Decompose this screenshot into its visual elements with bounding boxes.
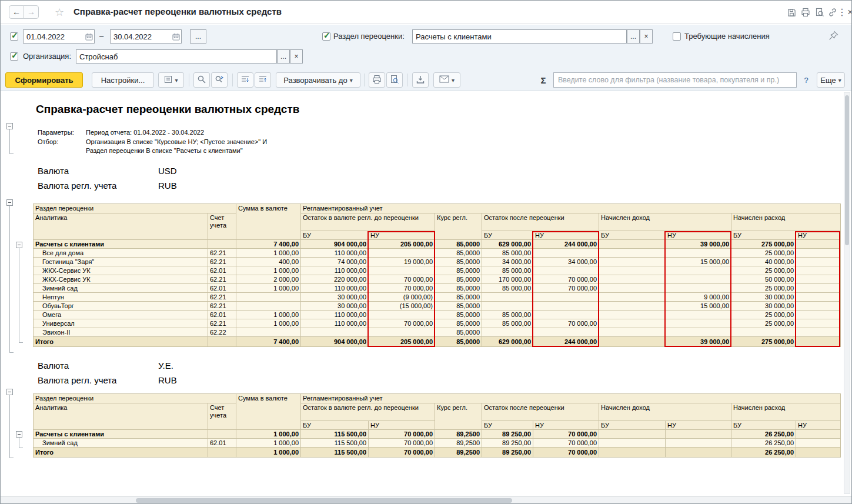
value-cell[interactable]	[533, 249, 599, 258]
value-cell[interactable]: 26 250,00	[731, 430, 796, 439]
value-cell[interactable]	[208, 430, 236, 439]
value-cell[interactable]	[208, 448, 236, 458]
value-cell[interactable]: 1 000,00	[236, 430, 301, 439]
value-cell[interactable]	[796, 448, 841, 458]
value-cell[interactable]: 30 000,00	[301, 293, 369, 302]
print-button[interactable]	[369, 72, 385, 88]
value-cell[interactable]: 275 000,00	[731, 240, 796, 249]
value-cell[interactable]	[533, 293, 599, 302]
value-cell[interactable]: 25 000,00	[731, 266, 796, 275]
value-cell[interactable]: 115 500,00	[301, 430, 369, 439]
value-cell[interactable]	[599, 266, 666, 275]
value-cell[interactable]: 629 000,00	[482, 337, 533, 347]
value-cell[interactable]: 70 000,00	[533, 448, 599, 458]
value-cell[interactable]: 70 000,00	[369, 319, 435, 328]
value-cell[interactable]: 26 250,00	[731, 448, 796, 458]
analytics-cell[interactable]: ОбувьТорг	[34, 302, 208, 311]
save-icon[interactable]	[786, 7, 797, 18]
forward-button[interactable]: →	[24, 5, 39, 19]
quick-filter-input[interactable]	[553, 72, 797, 88]
value-cell[interactable]: 85,0000	[435, 258, 482, 266]
value-cell[interactable]: 1 000,00	[236, 284, 301, 293]
value-cell[interactable]	[666, 266, 731, 275]
value-cell[interactable]	[369, 249, 435, 258]
razdel-checkbox[interactable]: ✓	[322, 32, 330, 41]
value-cell[interactable]	[482, 302, 533, 311]
value-cell[interactable]: 89 250,00	[482, 448, 533, 458]
value-cell[interactable]: 1 000,00	[236, 319, 301, 328]
org-select-button[interactable]: ...	[277, 49, 290, 64]
razdel-select-button[interactable]: ...	[627, 29, 640, 44]
value-cell[interactable]: 85 000,00	[482, 311, 533, 319]
value-cell[interactable]: 19 000,00	[369, 258, 435, 266]
value-cell[interactable]: 85,0000	[435, 284, 482, 293]
value-cell[interactable]	[533, 302, 599, 311]
value-cell[interactable]	[731, 328, 796, 337]
value-cell[interactable]	[599, 319, 666, 328]
value-cell[interactable]	[599, 439, 666, 448]
value-cell[interactable]: 110 000,00	[301, 319, 369, 328]
value-cell[interactable]: 15 000,00	[666, 302, 731, 311]
value-cell[interactable]	[599, 448, 666, 458]
settings-button[interactable]: Настройки...	[92, 72, 154, 88]
favorite-star-icon[interactable]: ☆	[55, 6, 64, 19]
help-button[interactable]: ?	[799, 72, 813, 88]
value-cell[interactable]	[599, 311, 666, 319]
value-cell[interactable]	[796, 328, 841, 337]
value-cell[interactable]	[533, 311, 599, 319]
value-cell[interactable]: 62.21	[208, 258, 236, 266]
value-cell[interactable]: 904 000,00	[301, 337, 369, 347]
value-cell[interactable]: 89 250,00	[482, 430, 533, 439]
value-cell[interactable]: 85,0000	[435, 240, 482, 249]
analytics-cell[interactable]: Нептун	[34, 293, 208, 302]
calendar-icon[interactable]	[171, 33, 181, 41]
search-next-button[interactable]	[211, 72, 228, 88]
value-cell[interactable]	[796, 266, 841, 275]
value-cell[interactable]: 62.01	[208, 311, 236, 319]
value-cell[interactable]: 70 000,00	[369, 439, 435, 448]
value-cell[interactable]: 400,00	[236, 258, 301, 266]
value-cell[interactable]	[599, 337, 666, 347]
value-cell[interactable]	[599, 240, 666, 249]
value-cell[interactable]: 25 000,00	[731, 311, 796, 319]
value-cell[interactable]	[599, 430, 666, 439]
value-cell[interactable]: 70 000,00	[369, 275, 435, 284]
value-cell[interactable]	[236, 293, 301, 302]
value-cell[interactable]: 50 000,00	[731, 275, 796, 284]
value-cell[interactable]	[796, 439, 841, 448]
value-cell[interactable]: 110 000,00	[301, 249, 369, 258]
org-input[interactable]	[76, 52, 276, 61]
razdel-input[interactable]	[413, 32, 626, 41]
value-cell[interactable]: 170 000,00	[482, 275, 533, 284]
value-cell[interactable]: 85,0000	[435, 311, 482, 319]
value-cell[interactable]	[796, 258, 841, 266]
value-cell[interactable]: 85,0000	[435, 319, 482, 328]
org-checkbox[interactable]: ✓	[10, 52, 18, 61]
value-cell[interactable]: 85 000,00	[482, 249, 533, 258]
calendar-icon[interactable]	[83, 33, 94, 41]
value-cell[interactable]: 110 000,00	[301, 266, 369, 275]
pin-icon[interactable]	[828, 31, 839, 41]
period-select-button[interactable]: ...	[190, 29, 206, 44]
value-cell[interactable]	[599, 284, 666, 293]
value-cell[interactable]: 244 000,00	[533, 337, 599, 347]
org-clear-button[interactable]: ×	[290, 49, 303, 64]
value-cell[interactable]	[599, 328, 666, 337]
expand-groups-button[interactable]	[237, 72, 253, 88]
value-cell[interactable]	[796, 284, 841, 293]
find-in-page-icon[interactable]	[814, 7, 825, 18]
value-cell[interactable]: 85,0000	[435, 328, 482, 337]
value-cell[interactable]: 30 000,00	[301, 302, 369, 311]
value-cell[interactable]	[369, 328, 435, 337]
analytics-cell[interactable]: ЖКХ-Сервис УК	[34, 275, 208, 284]
value-cell[interactable]: 70 000,00	[533, 319, 599, 328]
value-cell[interactable]: 62.01	[208, 439, 236, 448]
value-cell[interactable]: 85,0000	[435, 293, 482, 302]
collapse-marker[interactable]	[6, 123, 13, 129]
value-cell[interactable]: 62.01	[208, 284, 236, 293]
value-cell[interactable]: 40 000,00	[731, 258, 796, 266]
collapse-marker[interactable]	[16, 431, 22, 438]
value-cell[interactable]: 1 000,00	[236, 311, 301, 319]
value-cell[interactable]: 70 000,00	[533, 430, 599, 439]
analytics-cell[interactable]: Зимний сад	[34, 439, 208, 448]
